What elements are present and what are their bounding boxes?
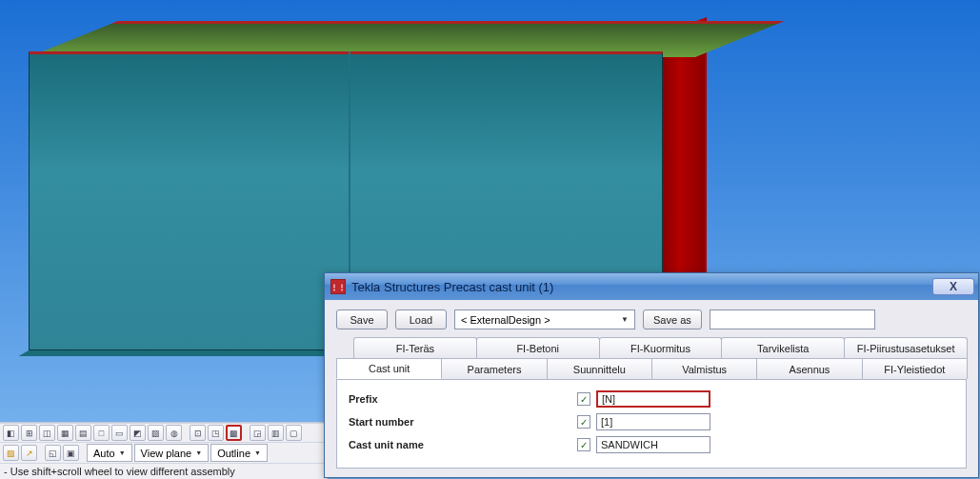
combo-outline[interactable]: Outline [210,444,268,462]
check-startnum[interactable]: ✓ [577,415,590,429]
input-startnum[interactable]: [1] [596,413,710,430]
tool-icon[interactable]: ▥ [268,425,284,441]
precast-cast-unit-dialog: ⋮⋮ Tekla Structures Precast cast unit (1… [324,272,979,478]
tool-icon[interactable]: ▧ [3,445,19,461]
tab-valmistus[interactable]: Valmistus [651,358,757,379]
close-button[interactable]: X [932,278,974,295]
preset-combo[interactable]: < ExternalDesign > [454,309,635,329]
row-name: Cast unit name ✓ SANDWICH [349,433,954,456]
panel-side [661,25,705,312]
tab-asennus[interactable]: Asennus [756,358,862,379]
tool-icon[interactable]: □ [93,425,110,441]
tool-icon[interactable]: ▣ [63,445,79,461]
tabs-row-1: FI-Teräs FI-Betoni FI-Kuormitus Tarvikel… [336,337,967,358]
tabs-row-2: Cast unit Parameters Suunnittelu Valmist… [336,358,967,379]
close-icon: X [950,280,957,293]
tool-icon[interactable]: ▨ [148,425,164,441]
load-button[interactable]: Load [395,309,447,329]
tool-icon[interactable]: ◲ [250,425,266,441]
row-startnum: Start number ✓ [1] [349,410,954,433]
tool-icon[interactable]: ◍ [166,425,182,441]
tool-icon-highlighted[interactable]: ▩ [226,425,242,441]
tool-icon[interactable]: ◫ [39,425,55,441]
app-icon: ⋮⋮ [330,279,346,294]
label-startnum: Start number [349,416,577,428]
tool-icon[interactable]: ◧ [3,425,19,441]
check-name[interactable]: ✓ [577,438,590,451]
dialog-title: Tekla Structures Precast cast unit (1) [351,280,553,294]
save-button[interactable]: Save [336,309,388,329]
check-prefix[interactable]: ✓ [577,392,590,406]
tab-fi-yleistiedot[interactable]: FI-Yleistiedot [862,358,968,379]
tab-fi-piirustus[interactable]: FI-Piirustusasetukset [844,337,968,358]
tool-icon[interactable]: ▦ [57,425,73,441]
tool-icon[interactable]: ▭ [111,425,128,441]
tool-icon[interactable]: ⊡ [190,425,206,441]
tool-icon[interactable]: ⊞ [21,425,37,441]
tool-icon[interactable]: ▤ [75,425,91,441]
tool-icon[interactable]: ◳ [208,425,224,441]
tab-suunnittelu[interactable]: Suunnittelu [547,358,652,379]
tab-fi-teras[interactable]: FI-Teräs [353,337,477,358]
bottom-toolbars: ◧ ⊞ ◫ ▦ ▤ □ ▭ ◩ ▨ ◍ ⊡ ◳ ▩ ◲ ▥ ▢ ▧ ↗ ◱ ▣ … [0,422,328,479]
tab-fi-kuormitus[interactable]: FI-Kuormitus [599,337,723,358]
label-prefix: Prefix [349,393,577,405]
dialog-titlebar[interactable]: ⋮⋮ Tekla Structures Precast cast unit (1… [325,273,978,300]
tab-tarvikelista[interactable]: Tarvikelista [721,337,845,358]
dialog-body: Save Load < ExternalDesign > Save as FI-… [325,300,978,478]
tool-icon[interactable]: ▢ [286,425,302,441]
row-prefix: Prefix ✓ [N] [349,388,954,410]
combo-auto[interactable]: Auto [87,444,132,462]
dialog-toolbar: Save Load < ExternalDesign > Save as [336,309,967,329]
toolbar-row-1: ◧ ⊞ ◫ ▦ ▤ □ ▭ ◩ ▨ ◍ ⊡ ◳ ▩ ◲ ▥ ▢ [0,423,328,442]
input-prefix[interactable]: [N] [596,390,710,408]
tab-fi-betoni[interactable]: FI-Betoni [476,337,600,358]
tab-content: Prefix ✓ [N] Start number ✓ [1] Cast uni… [336,379,967,469]
status-bar: - Use shift+scroll wheel to view differe… [0,463,328,479]
saveas-button[interactable]: Save as [643,309,702,329]
input-name[interactable]: SANDWICH [596,436,710,453]
tab-cast-unit[interactable]: Cast unit [336,358,442,379]
tool-icon[interactable]: ◩ [130,425,146,441]
label-name: Cast unit name [349,439,577,450]
toolbar-row-2: ▧ ↗ ◱ ▣ Auto View plane Outline [0,442,328,463]
tool-icon[interactable]: ◱ [45,445,61,461]
tool-icon[interactable]: ↗ [21,445,37,461]
saveas-input[interactable] [710,309,875,329]
tab-parameters[interactable]: Parameters [441,358,547,379]
combo-viewplane[interactable]: View plane [134,444,210,462]
